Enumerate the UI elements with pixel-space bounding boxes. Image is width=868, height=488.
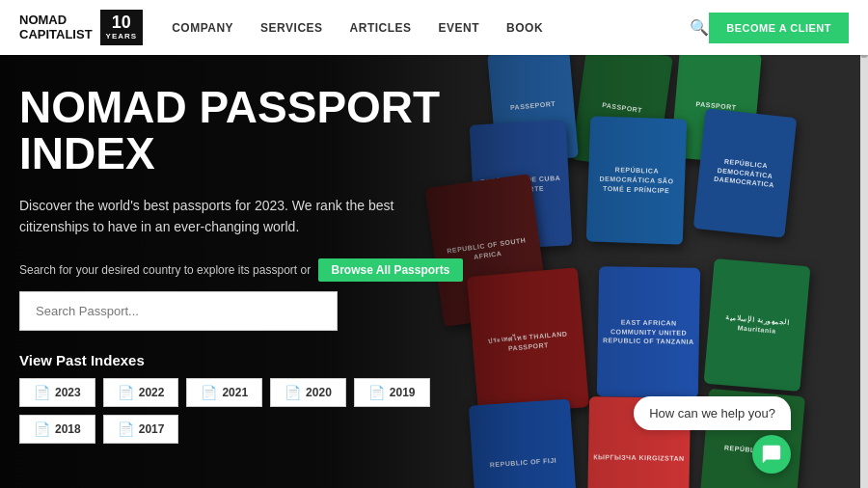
index-btn-2018[interactable]: 📄2018 <box>19 415 95 444</box>
hero-section: PASSPORTPASSEPORTPASSPORTREPÚBLICA DE CU… <box>0 55 868 488</box>
document-icon: 📄 <box>285 385 301 400</box>
become-client-button[interactable]: BECOME A CLIENT <box>709 13 849 43</box>
search-input[interactable] <box>19 291 338 331</box>
index-btn-2020[interactable]: 📄2020 <box>270 378 346 407</box>
document-icon: 📄 <box>34 385 50 400</box>
hero-subtitle: Discover the world's best passports for … <box>19 195 424 238</box>
page-title: NOMAD PASSPORT INDEX <box>19 84 521 177</box>
past-indexes-title: View Past Indexes <box>19 352 521 368</box>
index-btn-2023[interactable]: 📄2023 <box>19 378 95 407</box>
document-icon: 📄 <box>118 421 134 437</box>
logo[interactable]: NOMADCAPITALIST 10 YEARS <box>19 10 143 45</box>
index-buttons: 📄2023📄2022📄2021📄2020📄2019📄2018📄2017 <box>19 378 482 444</box>
chat-bubble: How can we help you? <box>634 396 791 430</box>
search-label: Search for your desired country to explo… <box>19 258 521 282</box>
chat-icon <box>761 444 782 465</box>
navbar: NOMADCAPITALIST 10 YEARS COMPANYSERVICES… <box>0 0 868 55</box>
index-btn-2017[interactable]: 📄2017 <box>103 415 179 444</box>
nav-link-book[interactable]: BOOK <box>506 21 543 35</box>
nav-link-event[interactable]: EVENT <box>439 21 480 35</box>
nav-link-articles[interactable]: ARTICLES <box>350 21 412 35</box>
index-btn-2021[interactable]: 📄2021 <box>186 378 262 407</box>
index-btn-2019[interactable]: 📄2019 <box>354 378 430 407</box>
document-icon: 📄 <box>368 385 385 400</box>
brand-name: NOMADCAPITALIST <box>19 14 93 41</box>
scrollbar[interactable] <box>860 0 868 488</box>
browse-all-passports-button[interactable]: Browse All Passports <box>318 258 464 282</box>
nav-link-company[interactable]: COMPANY <box>172 21 233 35</box>
chat-avatar-button[interactable] <box>752 435 791 474</box>
search-icon[interactable]: 🔍 <box>690 18 709 37</box>
nav-links: COMPANYSERVICESARTICLESEVENTBOOK <box>172 21 686 35</box>
document-icon: 📄 <box>118 385 134 400</box>
index-btn-2022[interactable]: 📄2022 <box>103 378 179 407</box>
brand-years: 10 YEARS <box>100 10 144 45</box>
nav-link-services[interactable]: SERVICES <box>260 21 322 35</box>
hero-content: NOMAD PASSPORT INDEX Discover the world'… <box>19 84 521 444</box>
document-icon: 📄 <box>201 385 217 400</box>
document-icon: 📄 <box>34 421 50 437</box>
